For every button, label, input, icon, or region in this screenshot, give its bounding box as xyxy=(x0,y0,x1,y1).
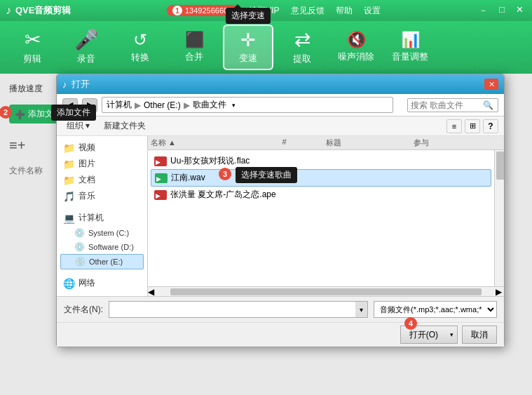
tool-extract[interactable]: ⇄ 提取 xyxy=(277,25,327,70)
tool-speed[interactable]: ✛ 变速 选择变速 xyxy=(223,25,273,70)
nav-music-label: 音乐 xyxy=(79,190,95,202)
open-badge: 4 xyxy=(404,317,417,330)
new-folder-label: 新建文件夹 xyxy=(104,120,146,132)
nav-computer-label: 计算机 xyxy=(79,212,104,224)
open-label: 打开(O) xyxy=(409,329,438,341)
nav-image-label: 图片 xyxy=(79,158,95,170)
nav-software-label: Software (D:) xyxy=(88,243,134,251)
filename-input[interactable] xyxy=(109,301,355,318)
nav-system-label: System (C:) xyxy=(88,229,129,237)
explorer-toolbar: 组织 ▾ 新建文件夹 ≡ ⊞ ? xyxy=(57,116,504,136)
merge-icon: ⬛ xyxy=(185,32,204,48)
cut-icon: ✂ xyxy=(25,30,41,50)
explorer-content: 📁 视频 📁 图片 📁 文档 🎵 音乐 💻 xyxy=(57,136,504,296)
file-item-3[interactable]: ▶ 张洪量 夏文席-广岛之恋.ape xyxy=(151,187,491,203)
network-icon: 🌐 xyxy=(63,278,75,289)
nav-other-label: Other (E:) xyxy=(89,257,123,266)
cancel-button[interactable]: 取消 xyxy=(462,326,497,344)
h-scroll-right: ▶ xyxy=(496,287,504,297)
nav-other-e[interactable]: 💿 Other (E:) xyxy=(60,254,144,269)
dialog-title-text: 打开 xyxy=(71,78,90,91)
view-tiles-button[interactable]: ⊞ xyxy=(465,119,480,133)
system-drive-icon: 💿 xyxy=(74,228,85,238)
filename-dropdown-button[interactable]: ▾ xyxy=(355,301,368,318)
maximize-button[interactable]: □ xyxy=(496,4,507,17)
tool-cut-label: 剪辑 xyxy=(23,53,41,65)
nav-system-c[interactable]: 💿 System (C:) xyxy=(60,226,144,240)
tool-denoise-label: 噪声消除 xyxy=(338,51,374,63)
scroll-thumb xyxy=(496,152,504,180)
breadcrumb-other: Other (E:) xyxy=(144,100,181,110)
svg-text:▶: ▶ xyxy=(156,159,161,166)
nav-image[interactable]: 📁 图片 xyxy=(60,156,144,172)
col-title-header: 标题 xyxy=(326,138,414,148)
breadcrumb-dropdown-icon: ▾ xyxy=(232,102,236,109)
nav-computer[interactable]: 💻 计算机 xyxy=(60,210,144,226)
tool-volume[interactable]: 📊 音量调整 xyxy=(385,25,435,70)
image-folder-icon: 📁 xyxy=(63,159,75,170)
phone-badge: 1 xyxy=(172,6,182,15)
feedback-link[interactable]: 意见反馈 xyxy=(291,5,325,17)
new-folder-button[interactable]: 新建文件夹 xyxy=(100,119,150,133)
dialog-title-bar: ♪ 打开 ✕ xyxy=(57,74,504,94)
close-button[interactable]: ✕ xyxy=(513,4,526,17)
settings-link[interactable]: 设置 xyxy=(364,5,381,17)
phone-banner[interactable]: 1 13492566608 xyxy=(167,5,238,16)
vertical-scrollbar[interactable] xyxy=(494,150,504,286)
filename-label: 文件名(N): xyxy=(64,304,103,316)
nav-video[interactable]: 📁 视频 xyxy=(60,140,144,156)
horizontal-scrollbar[interactable]: ◀ ▶ xyxy=(148,286,504,296)
tool-convert[interactable]: ↺ 转换 xyxy=(115,25,165,70)
vip-link[interactable]: 续期VIP xyxy=(249,5,279,17)
computer-icon: 💻 xyxy=(63,213,75,224)
tool-cut[interactable]: ✂ 剪辑 xyxy=(7,25,57,70)
other-drive-icon: 💿 xyxy=(75,257,86,267)
file-list-scroll-area: ▶ Uu-那女孩对我说.flac ▶ 江南.wav 3 xyxy=(148,150,504,286)
nav-docs-label: 文档 xyxy=(79,174,95,186)
forward-button[interactable]: ▶ xyxy=(82,98,97,112)
dialog-close-button[interactable]: ✕ xyxy=(484,79,498,90)
docs-folder-icon: 📁 xyxy=(63,175,75,186)
filetype-select[interactable]: 音频文件(*.mp3;*.aac;*.wma;* xyxy=(374,301,497,318)
phone-number: 13492566608 xyxy=(185,6,232,15)
tool-volume-label: 音量调整 xyxy=(392,51,428,63)
tool-record[interactable]: 🎤 录音 xyxy=(61,25,111,70)
tool-record-label: 录音 xyxy=(77,53,95,65)
file-name-3: 张洪量 夏文席-广岛之恋.ape xyxy=(170,189,489,201)
help-icon-button[interactable]: ? xyxy=(483,119,498,133)
app-title: QVE音频剪辑 xyxy=(15,4,71,17)
video-folder-icon: 📁 xyxy=(63,142,75,154)
file-item-1[interactable]: ▶ Uu-那女孩对我说.flac xyxy=(151,153,491,169)
nav-software-d[interactable]: 💿 Software (D:) xyxy=(60,240,144,254)
main-toolbar: ✂ 剪辑 🎤 录音 ↺ 转换 ⬛ 合并 ✛ 变速 选择变速 ⇄ 提取 🔇 噪声消… xyxy=(0,21,532,74)
view-list-button[interactable]: ≡ xyxy=(446,119,462,133)
search-input[interactable] xyxy=(411,100,481,110)
svg-text:▶: ▶ xyxy=(156,192,161,199)
file-name-1: Uu-那女孩对我说.flac xyxy=(170,155,489,167)
nav-music[interactable]: 🎵 音乐 xyxy=(60,188,144,204)
breadcrumb-songs: 歌曲文件 xyxy=(193,99,226,111)
top-nav: 1 13492566608 续期VIP 意见反馈 帮助 设置 xyxy=(167,5,381,17)
file-item-2[interactable]: ▶ 江南.wav 3 选择变速歌曲 xyxy=(151,169,491,187)
denoise-icon: 🔇 xyxy=(347,32,366,48)
dialog-title: ♪ 打开 xyxy=(62,78,90,91)
tool-merge-label: 合并 xyxy=(185,51,203,63)
breadcrumb[interactable]: 计算机 ▶ Other (E:) ▶ 歌曲文件 ▾ xyxy=(102,97,393,113)
nav-docs[interactable]: 📁 文档 xyxy=(60,172,144,188)
open-dropdown-button[interactable]: ▾ xyxy=(446,326,458,344)
extract-icon: ⇄ xyxy=(294,30,311,50)
nav-network[interactable]: 🌐 网络 xyxy=(60,275,144,291)
nav-network-label: 网络 xyxy=(79,277,95,289)
col-num-header: # xyxy=(282,138,327,148)
nav-video-label: 视频 xyxy=(79,142,95,154)
file-name-2: 江南.wav xyxy=(171,172,488,184)
tool-merge[interactable]: ⬛ 合并 xyxy=(169,25,219,70)
dialog-actions: 4 打开(O) ▾ 取消 xyxy=(57,322,504,347)
organize-button[interactable]: 组织 ▾ xyxy=(62,119,94,133)
file-list-header: 名称 ▲ # 标题 参与 xyxy=(148,136,504,150)
main-area: 播放速度 2 ➕ 添加文件 添加文件 ≡+ 文件名称 ♪ 打开 ✕ xyxy=(0,74,532,395)
minimize-button[interactable]: － xyxy=(476,4,491,17)
help-link[interactable]: 帮助 xyxy=(336,5,353,17)
tool-denoise[interactable]: 🔇 噪声消除 xyxy=(331,25,381,70)
back-button[interactable]: ◀ xyxy=(62,98,78,112)
